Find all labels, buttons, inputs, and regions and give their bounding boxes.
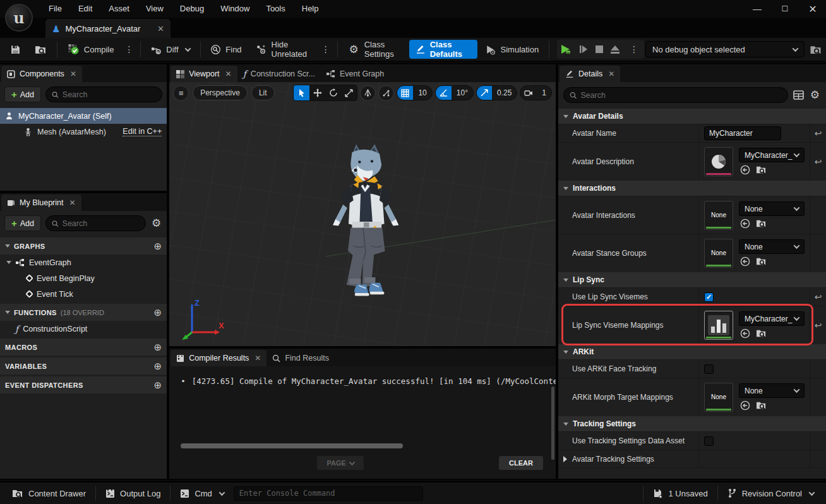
reset-to-default-icon[interactable]: ↩ [810, 306, 826, 344]
menu-asset[interactable]: Asset [100, 0, 138, 18]
reset-to-default-icon[interactable]: ↩ [810, 288, 826, 306]
construction-script-row[interactable]: ƒ ConstructionScript [0, 321, 167, 337]
blueprint-settings-gear-icon[interactable]: ⚙ [150, 218, 162, 229]
hide-unrelated-button[interactable]: Hide Unrelated [249, 40, 317, 59]
reset-to-default-icon[interactable]: ↩ [810, 124, 826, 142]
menu-file[interactable]: File [40, 0, 70, 18]
scale-tool-icon[interactable] [341, 85, 357, 100]
morph-mappings-dropdown[interactable]: None [739, 383, 805, 398]
page-button[interactable]: PAGE [317, 456, 364, 470]
tab-details[interactable]: Details ✕ [560, 66, 620, 82]
use-selected-asset-icon[interactable] [740, 328, 750, 339]
menu-help[interactable]: Help [294, 0, 327, 18]
close-icon[interactable]: ✕ [805, 1, 821, 16]
output-log-button[interactable]: Output Log [99, 484, 167, 503]
select-tool-icon[interactable] [294, 85, 309, 100]
avatar-description-dropdown[interactable]: MyCharacter_ [739, 148, 805, 162]
browse-to-asset-icon[interactable] [756, 165, 767, 174]
tab-mycharacter-avatar[interactable]: ♟ MyCharacter_Avatar ✕ [45, 19, 171, 38]
add-macro-icon[interactable]: ⊕ [154, 342, 162, 352]
event-graph-row[interactable]: EventGraph [0, 255, 167, 270]
perspective-dropdown[interactable]: Perspective [193, 85, 248, 100]
my-blueprint-search-input[interactable] [63, 219, 140, 228]
viseme-mappings-thumbnail[interactable] [704, 311, 733, 340]
diff-button[interactable]: Diff [145, 40, 196, 59]
details-search-input[interactable] [580, 91, 781, 100]
use-selected-asset-icon[interactable] [740, 165, 750, 175]
minimize-icon[interactable]: — [749, 1, 765, 16]
variables-section-header[interactable]: VARIABLES ⊕ [0, 357, 167, 375]
avatar-description-thumbnail[interactable] [704, 147, 733, 176]
category-arkit[interactable]: ARKit [558, 344, 826, 359]
close-icon[interactable]: ✕ [608, 69, 614, 78]
play-icon[interactable] [560, 44, 572, 55]
tab-event-graph[interactable]: Event Graph [321, 66, 390, 82]
rotation-snap-control[interactable]: 10° [435, 85, 474, 100]
play-options-icon[interactable]: ⋮ [626, 44, 642, 54]
tab-components[interactable]: Components ✕ [1, 66, 82, 82]
details-search[interactable] [563, 87, 788, 103]
expand-arrow-icon[interactable] [563, 456, 567, 462]
avatar-name-input[interactable] [704, 126, 781, 140]
frame-skip-icon[interactable] [578, 44, 589, 54]
viseme-mappings-dropdown[interactable]: MyCharacter_ [739, 311, 805, 326]
close-icon[interactable]: ✕ [70, 69, 76, 78]
components-search-input[interactable] [63, 90, 156, 99]
horizontal-scrollbar[interactable] [181, 443, 403, 448]
use-selected-asset-icon[interactable] [740, 256, 750, 267]
cmd-dropdown[interactable]: Cmd [173, 484, 230, 503]
browse-to-asset-icon[interactable] [756, 256, 767, 266]
category-lip-sync[interactable]: Lip Sync [558, 272, 826, 287]
edit-in-cpp-link[interactable]: Edit in C++ [123, 127, 162, 136]
hide-unrelated-options-icon[interactable]: ⋮ [318, 44, 333, 54]
event-dispatchers-section-header[interactable]: EVENT DISPATCHERS ⊕ [0, 376, 167, 393]
collapse-arrow-icon[interactable] [6, 261, 11, 264]
tab-viewport[interactable]: Viewport ✕ [171, 66, 237, 82]
close-tab-icon[interactable]: ✕ [157, 24, 164, 33]
view-mode-dropdown[interactable]: Lit [251, 85, 275, 100]
tab-compiler-results[interactable]: Compiler Results ✕ [171, 350, 266, 366]
compile-options-icon[interactable]: ⋮ [121, 44, 136, 54]
browse-to-asset-icon[interactable] [756, 328, 767, 338]
surface-snapping-icon[interactable] [378, 85, 394, 101]
browse-to-asset-icon[interactable] [756, 400, 767, 410]
add-component-button[interactable]: + Add [4, 87, 41, 102]
collapse-arrow-icon[interactable] [5, 244, 10, 248]
morph-mappings-thumbnail[interactable]: None [704, 383, 733, 412]
category-interactions[interactable]: Interactions [558, 181, 826, 196]
content-drawer-button[interactable]: Content Drawer [5, 484, 93, 503]
scale-snap-icon[interactable] [477, 86, 492, 100]
menu-debug[interactable]: Debug [172, 0, 212, 18]
maximize-icon[interactable]: ☐ [777, 1, 793, 16]
avatar-stance-groups-thumbnail[interactable]: None [704, 239, 733, 268]
class-defaults-button[interactable]: Class Defaults [409, 40, 477, 59]
display-filter-icon[interactable] [793, 90, 804, 100]
simulation-button[interactable]: Simulation [479, 40, 546, 59]
stop-icon[interactable] [595, 45, 604, 54]
browse-to-asset-icon[interactable] [756, 219, 767, 228]
collapse-arrow-icon[interactable] [563, 187, 568, 190]
component-self-row[interactable]: MyCharacter_Avatar (Self) [0, 108, 167, 124]
close-icon[interactable]: ✕ [69, 198, 75, 207]
wolf-character-model[interactable] [323, 143, 406, 301]
menu-edit[interactable]: Edit [70, 0, 100, 18]
close-icon[interactable]: ✕ [225, 69, 232, 78]
eject-icon[interactable] [610, 45, 620, 54]
use-selected-asset-icon[interactable] [740, 219, 750, 229]
add-function-icon[interactable]: ⊕ [154, 308, 162, 317]
component-mesh-row[interactable]: Mesh (AvatarMesh) Edit in C++ [0, 124, 167, 140]
clear-button[interactable]: CLEAR [499, 456, 543, 470]
scale-snap-control[interactable]: 0.25 [476, 85, 517, 100]
close-icon[interactable]: ✕ [254, 354, 261, 363]
browse-asset-button[interactable] [28, 40, 53, 59]
collapse-arrow-icon[interactable] [563, 115, 568, 118]
menu-view[interactable]: View [138, 0, 172, 18]
camera-speed-control[interactable]: 1 [520, 85, 552, 100]
category-avatar-details[interactable]: Avatar Details [558, 109, 826, 124]
compile-button[interactable]: Compile [61, 40, 121, 59]
move-tool-icon[interactable] [309, 85, 325, 100]
viewport-canvas[interactable]: ≡ Perspective Lit [169, 82, 556, 346]
class-settings-button[interactable]: ⚙ Class Settings [341, 40, 407, 59]
use-selected-asset-icon[interactable] [740, 400, 750, 411]
graphs-section-header[interactable]: GRAPHS ⊕ [0, 237, 167, 255]
